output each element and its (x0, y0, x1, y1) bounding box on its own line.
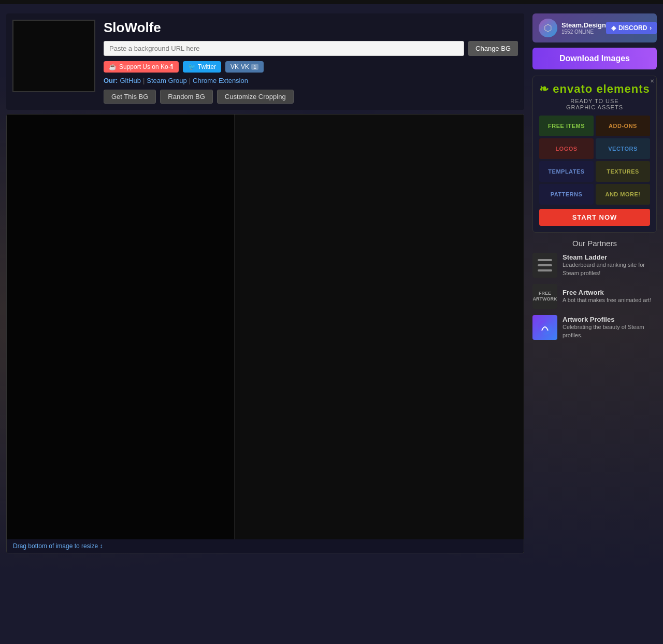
partner-profiles-icon (532, 315, 557, 340)
drag-hint[interactable]: Drag bottom of image to resize ↕ (7, 539, 524, 553)
avatar (12, 20, 95, 92)
profile-info: SloWolfe Change BG ☕ Support Us on Ko-fi… (104, 20, 518, 104)
social-row: ☕ Support Us on Ko-fi 🐦 Twitter VK VK 1 (104, 61, 518, 73)
partner-ladder-desc: Leaderboard and ranking site for Steam p… (563, 261, 657, 277)
action-row: Get This BG Random BG Customize Cropping (104, 90, 518, 104)
twitter-label: Twitter (198, 63, 216, 70)
profile-header: SloWolfe Change BG ☕ Support Us on Ko-fi… (6, 13, 524, 110)
partners-title: Our Partners (532, 239, 657, 248)
ad-grid: FREE ITEMS ADD-ONS LOGOS VECTORS TEMPLAT… (539, 116, 650, 205)
bg-url-input[interactable] (104, 41, 464, 56)
github-link[interactable]: GitHub (120, 77, 140, 84)
kofi-button[interactable]: ☕ Support Us on Ko-fi (104, 61, 179, 73)
steam-group-link[interactable]: Steam Group (147, 77, 186, 84)
random-bg-button[interactable]: Random BG (160, 90, 213, 104)
partner-artwork-profiles[interactable]: Artwork Profiles Celebrating the beauty … (532, 315, 657, 340)
ad-subtitle: READY TO USE GRAPHIC ASSETS (539, 98, 650, 110)
preview-area: Drag bottom of image to resize ↕ (6, 114, 524, 553)
kofi-icon: ☕ (109, 63, 117, 70)
partner-free-artwork[interactable]: FREEARTWORK Free Artwork A bot that make… (532, 284, 657, 309)
partner-profiles-name: Artwork Profiles (563, 316, 657, 323)
change-bg-button[interactable]: Change BG (468, 41, 518, 56)
left-panel: SloWolfe Change BG ☕ Support Us on Ko-fi… (6, 13, 524, 553)
discord-left: ⬡ Steam.Design 1552 ONLINE (539, 19, 606, 37)
preview-left (7, 115, 235, 539)
vk-count: 1 (251, 64, 258, 70)
envato-logo: ❧ envato elements (539, 82, 650, 96)
drag-hint-text: Drag bottom of image to resize ↕ (13, 542, 103, 550)
download-images-button[interactable]: Download Images (532, 48, 657, 69)
partner-artwork-icon: FREEARTWORK (532, 284, 557, 309)
page-wrapper: SloWolfe Change BG ☕ Support Us on Ko-fi… (0, 4, 663, 557)
customize-cropping-button[interactable]: Customize Cropping (217, 90, 294, 104)
top-bar (0, 0, 663, 4)
steam-online-count: 1552 ONLINE (561, 29, 606, 35)
partner-ladder-icon (532, 253, 557, 278)
ad-cell-free-items[interactable]: FREE ITEMS (539, 116, 594, 136)
partner-artwork-name: Free Artwork (563, 289, 651, 296)
sep2: | (189, 77, 191, 84)
vk-button[interactable]: VK VK 1 (225, 61, 264, 73)
ad-cell-vectors[interactable]: VECTORS (596, 138, 650, 159)
partner-artwork-text: Free Artwork A bot that makes free anima… (563, 289, 651, 304)
partner-artwork-desc: A bot that makes free animated art! (563, 296, 651, 304)
ad-corner-label: ✕ (650, 78, 654, 84)
preview-right (235, 115, 524, 539)
partner-profiles-desc: Celebrating the beauty of Steam profiles… (563, 323, 657, 339)
envato-leaf-icon: ❧ (539, 82, 549, 95)
svg-rect-0 (538, 259, 552, 261)
steam-design-name: Steam.Design (561, 21, 606, 29)
partner-ladder-text: Steam Ladder Leaderboard and ranking sit… (563, 253, 657, 277)
chrome-ext-link[interactable]: Chrome Extension (193, 77, 248, 84)
ad-cell-logos[interactable]: LOGOS (539, 138, 594, 159)
vk-icon: VK (230, 63, 239, 70)
partners-section: Our Partners Steam Ladder Leaderboard an… (532, 239, 657, 340)
right-panel: ⬡ Steam.Design 1552 ONLINE ◈ DISCORD › D… (532, 13, 657, 553)
steam-design-icon: ⬡ (539, 19, 557, 37)
vk-label: VK (241, 63, 249, 70)
twitter-button[interactable]: 🐦 Twitter (183, 61, 221, 73)
ad-cell-add-ons[interactable]: ADD-ONS (596, 116, 650, 136)
preview-inner (7, 115, 524, 539)
twitter-icon: 🐦 (188, 63, 196, 70)
kofi-label: Support Us on Ko-fi (119, 63, 174, 70)
our-label: Our: (104, 77, 118, 84)
sep1: | (143, 77, 145, 84)
svg-rect-2 (538, 269, 552, 271)
profile-name: SloWolfe (104, 20, 518, 36)
ad-block: ✕ ❧ envato elements READY TO USE GRAPHIC… (532, 76, 657, 233)
discord-label: DISCORD (618, 24, 647, 32)
discord-icon: ◈ (611, 24, 616, 32)
svg-rect-1 (538, 264, 552, 266)
ad-start-button[interactable]: START NOW (539, 209, 650, 226)
ad-cell-more[interactable]: AND MORE! (596, 184, 650, 205)
partner-steam-ladder[interactable]: Steam Ladder Leaderboard and ranking sit… (532, 253, 657, 278)
main-content: SloWolfe Change BG ☕ Support Us on Ko-fi… (6, 8, 657, 553)
discord-button[interactable]: ◈ DISCORD › (606, 22, 657, 34)
ad-cell-textures[interactable]: TEXTURES (596, 161, 650, 182)
discord-chevron: › (650, 24, 652, 32)
partner-profiles-text: Artwork Profiles Celebrating the beauty … (563, 316, 657, 339)
get-bg-button[interactable]: Get This BG (104, 90, 156, 104)
discord-banner[interactable]: ⬡ Steam.Design 1552 ONLINE ◈ DISCORD › (532, 13, 657, 42)
partner-ladder-name: Steam Ladder (563, 253, 657, 261)
steam-design-info: Steam.Design 1552 ONLINE (561, 21, 606, 35)
bg-url-row: Change BG (104, 41, 518, 56)
links-row: Our: GitHub | Steam Group | Chrome Exten… (104, 77, 518, 84)
steam-design-icon-glyph: ⬡ (544, 22, 552, 34)
ad-cell-patterns[interactable]: PATTERNS (539, 184, 594, 205)
ad-cell-templates[interactable]: TEMPLATES (539, 161, 594, 182)
